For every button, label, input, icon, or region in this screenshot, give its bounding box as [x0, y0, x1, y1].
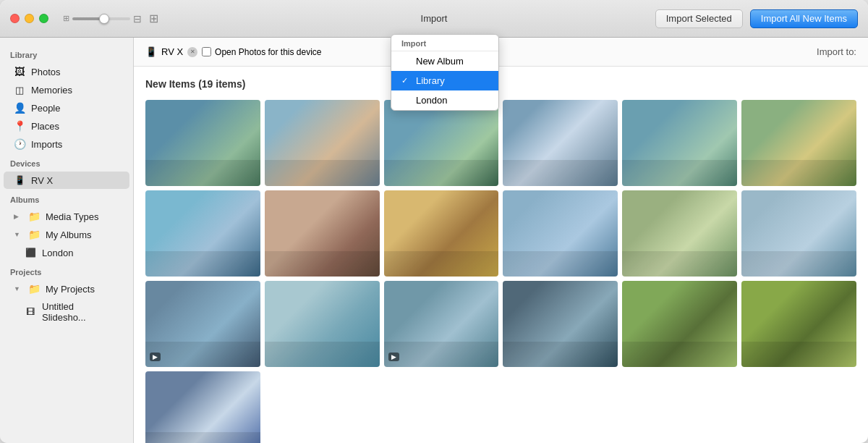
sidebar-item-people[interactable]: 👤 People: [4, 99, 129, 117]
london-icon: ⬛: [25, 247, 36, 258]
people-icon: 👤: [14, 102, 25, 114]
sidebar-item-my-albums[interactable]: ▼ 📁 My Albums: [4, 226, 129, 243]
photo-cell-2[interactable]: [265, 100, 380, 186]
dropdown-item-london[interactable]: London: [391, 90, 498, 110]
sidebar-item-london[interactable]: ⬛ London: [14, 244, 129, 261]
import-to-section[interactable]: Import to:: [817, 46, 856, 57]
devices-header: Devices: [0, 153, 133, 171]
open-photos-label: Open Photos for this device: [215, 47, 321, 57]
zoom-slider[interactable]: [72, 17, 130, 20]
photo-cell-6[interactable]: [741, 100, 856, 186]
photo-cell-1[interactable]: [145, 100, 260, 186]
dropdown-item-new-album[interactable]: New Album: [391, 51, 498, 71]
photo-grid-cells: ▶ ▶: [145, 100, 856, 443]
import-all-button[interactable]: Import All New Items: [750, 9, 858, 28]
sidebar-label-media-types: Media Types: [46, 211, 98, 222]
content-area: 📱 RV X ✕ Open Photos for this device Imp…: [134, 38, 868, 443]
device-name-section: 📱 RV X ✕: [145, 46, 197, 57]
content-header: 📱 RV X ✕ Open Photos for this device Imp…: [134, 38, 868, 67]
photos-icon: 🖼: [14, 66, 25, 77]
photo-cell-5[interactable]: [622, 100, 737, 186]
sidebar: Library 🖼 Photos ◫ Memories 👤 People 📍 P…: [0, 38, 134, 443]
import-dropdown[interactable]: Import New Album ✓ Library London: [391, 34, 499, 111]
disclosure-media-types: ▶: [14, 213, 21, 220]
close-button[interactable]: [10, 14, 20, 23]
import-to-text: Import to:: [817, 46, 856, 57]
open-photos-section: Open Photos for this device: [202, 47, 321, 57]
sidebar-item-my-projects[interactable]: ▼ 📁 My Projects: [4, 280, 129, 298]
sidebar-item-untitled-slideshow[interactable]: 🎞 Untitled Slidesho...: [14, 298, 129, 326]
titlebar-right: Import Selected Import All New Items: [655, 9, 858, 28]
video-badge: ▶: [150, 353, 161, 361]
dropdown-label-london-album: London: [416, 95, 447, 106]
photo-cell-16[interactable]: [503, 281, 618, 367]
photo-cell-11[interactable]: [622, 190, 737, 277]
sidebar-label-memories: Memories: [31, 85, 72, 96]
sidebar-item-memories[interactable]: ◫ Memories: [4, 81, 129, 98]
dropdown-label-library: Library: [416, 75, 445, 86]
memories-icon: ◫: [14, 84, 25, 96]
window-title: Import: [421, 13, 448, 24]
dropdown-item-library[interactable]: ✓ Library: [391, 71, 498, 90]
places-icon: 📍: [14, 120, 25, 132]
main-window: ⊞ ⊟ ⊞ Import Import Selected Import All …: [0, 0, 868, 443]
sidebar-item-imports[interactable]: 🕐 Imports: [4, 135, 129, 153]
sidebar-label-my-projects: My Projects: [46, 284, 95, 295]
photo-cell-12[interactable]: [741, 190, 856, 277]
my-projects-icon: 📁: [28, 283, 40, 295]
photo-grid: New Items (19 items) ▶: [134, 67, 868, 443]
photo-cell-15[interactable]: ▶: [384, 281, 499, 367]
section-title: New Items (19 items): [145, 78, 856, 90]
library-check: ✓: [401, 76, 412, 85]
open-photos-checkbox[interactable]: [202, 47, 211, 56]
sidebar-item-places[interactable]: 📍 Places: [4, 117, 129, 135]
albums-header: Albums: [0, 190, 133, 207]
maximize-button[interactable]: [39, 14, 48, 23]
sidebar-item-photos[interactable]: 🖼 Photos: [4, 63, 129, 80]
photo-cell-8[interactable]: [265, 190, 380, 277]
photo-cell-13[interactable]: ▶: [145, 281, 260, 367]
photo-cell-3[interactable]: [384, 100, 499, 186]
device-icon: 📱: [14, 174, 25, 186]
import-selected-button[interactable]: Import Selected: [655, 9, 743, 28]
traffic-lights: [10, 14, 48, 23]
grid-icon: ⊞: [63, 14, 69, 23]
view-toggle-icon[interactable]: ⊞: [149, 12, 158, 25]
photo-cell-4[interactable]: [503, 100, 618, 186]
sidebar-label-imports: Imports: [31, 139, 62, 150]
photo-cell-17[interactable]: [622, 281, 737, 367]
titlebar-center: Import: [421, 13, 448, 24]
titlebar: ⊞ ⊟ ⊞ Import Import Selected Import All …: [0, 0, 868, 38]
dropdown-label-new-album: New Album: [416, 56, 464, 67]
device-phone-icon: 📱: [145, 46, 157, 57]
sidebar-label-device: RV X: [31, 175, 53, 186]
slider-thumb[interactable]: [99, 14, 109, 24]
photo-cell-10[interactable]: [503, 190, 618, 277]
imports-icon: 🕐: [14, 138, 25, 150]
dropdown-header: Import: [391, 35, 498, 51]
disclosure-my-albums: ▼: [14, 231, 21, 238]
sidebar-label-slideshow: Untitled Slidesho...: [42, 301, 119, 323]
sidebar-label-my-albums: My Albums: [46, 229, 92, 240]
photo-cell-18[interactable]: [741, 281, 856, 367]
photo-cell-9[interactable]: [384, 190, 499, 277]
device-disconnect-button[interactable]: ✕: [187, 47, 197, 57]
video-badge-2: ▶: [388, 353, 399, 361]
device-title: RV X: [161, 46, 183, 57]
photo-cell-7[interactable]: [145, 190, 260, 277]
minimize-button[interactable]: [25, 14, 34, 23]
my-albums-icon: 📁: [28, 229, 40, 240]
slideshow-icon: 🎞: [25, 306, 36, 318]
slider-container: ⊞ ⊟: [63, 13, 142, 25]
photo-cell-14[interactable]: [265, 281, 380, 367]
grid-large-icon: ⊟: [133, 13, 142, 25]
disclosure-my-projects: ▼: [14, 285, 21, 292]
projects-header: Projects: [0, 262, 133, 279]
sidebar-label-places: Places: [31, 121, 59, 132]
sidebar-label-london: London: [42, 248, 73, 258]
media-types-icon: 📁: [28, 211, 40, 222]
sidebar-item-media-types[interactable]: ▶ 📁 Media Types: [4, 208, 129, 225]
sidebar-item-rv-x[interactable]: 📱 RV X: [4, 172, 129, 189]
sidebar-label-photos: Photos: [31, 67, 60, 77]
photo-cell-19[interactable]: [145, 371, 260, 443]
